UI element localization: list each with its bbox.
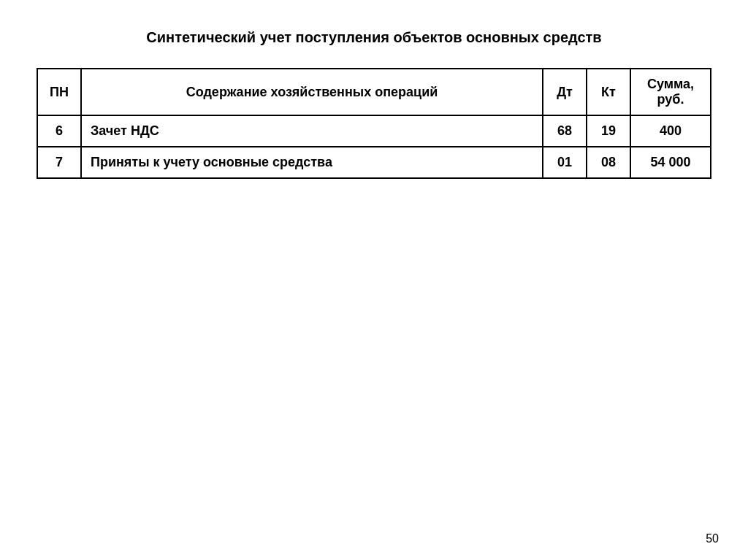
cell-sum: 400: [630, 115, 711, 147]
main-table: ПН Содержание хозяйственных операций Дт …: [37, 68, 711, 179]
table-row: 6Зачет НДС6819400: [37, 115, 711, 147]
page-title: Синтетический учет поступления объектов …: [146, 29, 601, 46]
header-sum: Сумма, руб.: [630, 69, 711, 115]
page-container: Синтетический учет поступления объектов …: [0, 0, 748, 560]
header-dt: Дт: [543, 69, 587, 115]
cell-content: Зачет НДС: [81, 115, 543, 147]
cell-content: Приняты к учету основные средства: [81, 147, 543, 178]
table-row: 7Приняты к учету основные средства010854…: [37, 147, 711, 178]
cell-sum: 54 000: [630, 147, 711, 178]
header-content: Содержание хозяйственных операций: [81, 69, 543, 115]
table-header-row: ПН Содержание хозяйственных операций Дт …: [37, 69, 711, 115]
cell-pn: 6: [37, 115, 81, 147]
page-number: 50: [706, 532, 719, 545]
cell-dt: 01: [543, 147, 587, 178]
cell-pn: 7: [37, 147, 81, 178]
cell-kt: 19: [587, 115, 630, 147]
cell-kt: 08: [587, 147, 630, 178]
header-pn: ПН: [37, 69, 81, 115]
cell-dt: 68: [543, 115, 587, 147]
header-kt: Кт: [587, 69, 630, 115]
